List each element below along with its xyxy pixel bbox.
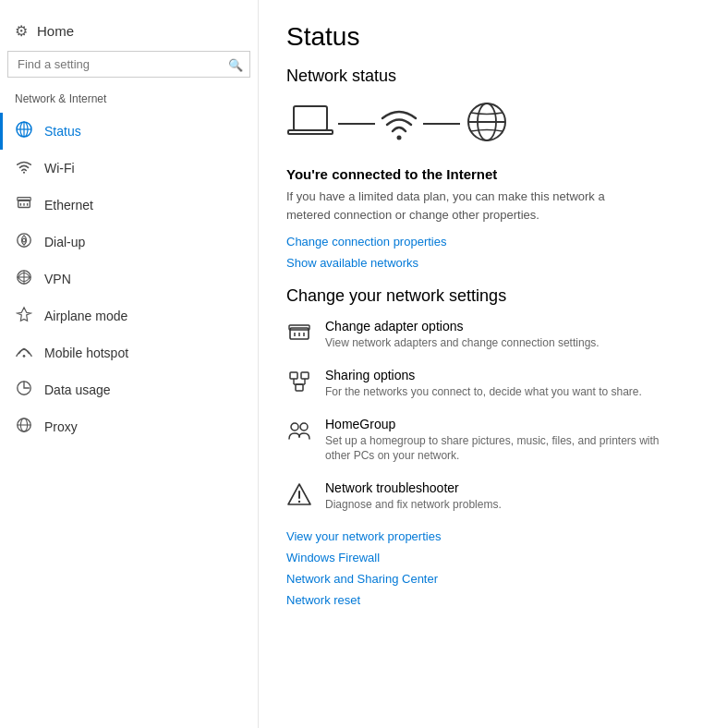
svg-point-39 (300, 423, 308, 431)
page-title: Status (286, 22, 699, 52)
ethernet-icon (15, 195, 33, 215)
svg-rect-31 (290, 372, 297, 379)
airplane-icon (15, 306, 33, 326)
sidebar-item-vpn[interactable]: VPN (0, 261, 258, 297)
svg-rect-20 (294, 106, 327, 130)
sidebar-item-label-hotspot: Mobile hotspot (44, 346, 128, 360)
svg-point-38 (291, 423, 298, 431)
troubleshooter-icon (286, 482, 312, 512)
sidebar-item-label-datausage: Data usage (44, 382, 111, 397)
sidebar-section-label: Network & Internet (0, 89, 258, 113)
status-icon (15, 121, 33, 141)
sidebar-item-label-ethernet: Ethernet (44, 198, 93, 212)
sidebar-item-label-airplane: Airplane mode (44, 309, 127, 323)
wifi-diagram-icon (379, 102, 419, 145)
globe-diagram-icon (464, 99, 510, 148)
home-label: Home (37, 23, 74, 39)
line-1 (338, 123, 375, 125)
homegroup-title: HomeGroup (325, 417, 667, 431)
proxy-icon (15, 417, 33, 437)
sharing-content: Sharing options For the networks you con… (325, 368, 642, 400)
sidebar-item-wifi[interactable]: Wi-Fi (0, 150, 258, 187)
svg-point-11 (22, 238, 26, 242)
adapter-title: Change adapter options (325, 319, 600, 334)
change-settings-title: Change your network settings (286, 286, 699, 306)
sidebar-item-label-proxy: Proxy (44, 419, 78, 434)
adapter-content: Change adapter options View network adap… (325, 319, 600, 351)
sidebar-item-dialup[interactable]: Dial-up (0, 224, 258, 261)
adapter-icon (286, 321, 312, 350)
wifi-icon (15, 158, 33, 178)
troubleshooter-content: Network troubleshooter Diagnose and fix … (325, 480, 502, 513)
windows-firewall-link[interactable]: Windows Firewall (286, 551, 699, 564)
search-icon: 🔍 (228, 57, 243, 71)
laptop-icon (286, 102, 334, 145)
settings-item-troubleshooter[interactable]: Network troubleshooter Diagnose and fix … (286, 480, 699, 513)
show-networks-link[interactable]: Show available networks (286, 256, 699, 270)
adapter-desc: View network adapters and change connect… (325, 335, 600, 351)
main-content: Status Network status (259, 0, 727, 728)
search-box: 🔍 (7, 51, 250, 78)
sidebar-item-ethernet[interactable]: Ethernet (0, 187, 258, 224)
homegroup-desc: Set up a homegroup to share pictures, mu… (325, 433, 667, 465)
sidebar-item-proxy[interactable]: Proxy (0, 408, 258, 445)
homegroup-content: HomeGroup Set up a homegroup to share pi… (325, 417, 667, 465)
sharing-title: Sharing options (325, 368, 642, 382)
svg-point-4 (23, 172, 25, 174)
search-input[interactable] (7, 51, 250, 78)
connected-sub: If you have a limited data plan, you can… (286, 188, 637, 224)
datausage-icon (15, 380, 33, 400)
sidebar-item-label-vpn: VPN (44, 272, 71, 286)
sidebar-item-label-dialup: Dial-up (44, 235, 85, 249)
sidebar-item-hotspot[interactable]: Mobile hotspot (0, 334, 258, 371)
dialup-icon (15, 232, 33, 252)
svg-point-15 (23, 355, 26, 358)
sidebar: ⚙ Home 🔍 Network & Internet Status (0, 0, 259, 728)
svg-rect-6 (18, 198, 30, 201)
settings-item-adapter[interactable]: Change adapter options View network adap… (286, 319, 699, 351)
change-connection-link[interactable]: Change connection properties (286, 235, 699, 249)
svg-point-22 (397, 136, 402, 140)
network-status-title: Network status (286, 67, 699, 86)
troubleshooter-desc: Diagnose and fix network problems. (325, 497, 502, 513)
network-reset-link[interactable]: Network reset (286, 593, 699, 607)
svg-point-42 (298, 501, 300, 503)
sharing-desc: For the networks you connect to, decide … (325, 384, 642, 400)
network-diagram (286, 99, 699, 148)
home-icon: ⚙ (15, 22, 28, 40)
sharing-center-link[interactable]: Network and Sharing Center (286, 572, 699, 586)
settings-item-sharing[interactable]: Sharing options For the networks you con… (286, 368, 699, 400)
sidebar-item-label-status: Status (44, 124, 81, 139)
sidebar-item-status[interactable]: Status (0, 113, 258, 150)
settings-item-homegroup[interactable]: HomeGroup Set up a homegroup to share pi… (286, 417, 699, 465)
sidebar-item-datausage[interactable]: Data usage (0, 371, 258, 408)
view-properties-link[interactable]: View your network properties (286, 529, 699, 543)
svg-rect-32 (301, 372, 309, 379)
vpn-icon (15, 269, 33, 289)
svg-rect-33 (296, 384, 303, 391)
sharing-icon (286, 370, 312, 399)
hotspot-icon (15, 343, 33, 363)
sidebar-item-airplane[interactable]: Airplane mode (0, 297, 258, 334)
troubleshooter-title: Network troubleshooter (325, 480, 502, 495)
home-button[interactable]: ⚙ Home (0, 15, 258, 51)
homegroup-icon (286, 419, 312, 448)
connected-text: You're connected to the Internet (286, 166, 699, 182)
line-2 (423, 123, 460, 125)
sidebar-item-label-wifi: Wi-Fi (44, 161, 75, 176)
svg-rect-21 (288, 130, 333, 134)
